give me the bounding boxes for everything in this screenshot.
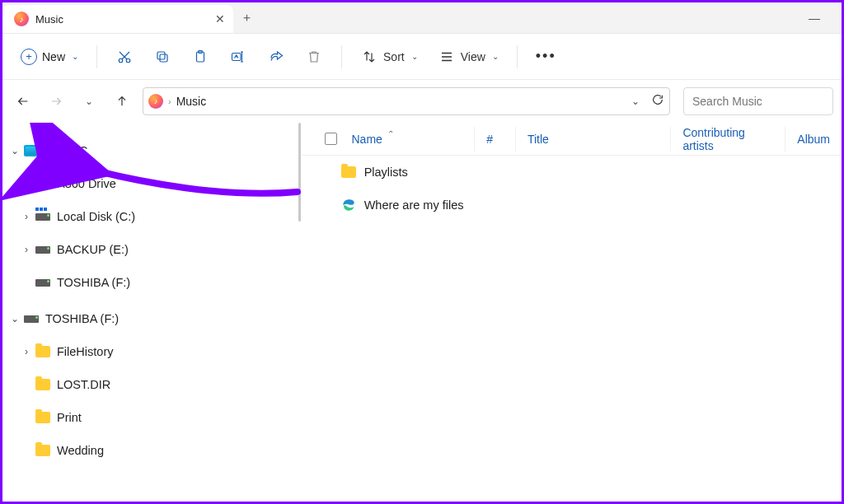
new-tab-button[interactable]: ＋	[233, 5, 260, 31]
separator	[96, 45, 97, 68]
sidebar-item-label: FileHistory	[57, 345, 113, 358]
column-headers: Name ⌃ # Title Contributing artists Albu…	[302, 123, 842, 156]
chevron-down-icon: ⌄	[411, 52, 418, 61]
folder-icon	[34, 409, 52, 426]
view-label: View	[461, 50, 485, 63]
rename-button[interactable]	[221, 42, 256, 72]
file-row-where-are-my-files[interactable]: Where are my files	[302, 189, 842, 222]
sidebar-item-label: BACKUP (E:)	[57, 243, 129, 256]
forward-button[interactable]	[44, 89, 68, 114]
disk-icon	[34, 208, 52, 225]
disk-icon	[22, 310, 40, 327]
rename-icon	[229, 48, 247, 66]
copy-icon	[153, 48, 171, 66]
more-button[interactable]: •••	[528, 42, 565, 72]
sidebar-item-filehistory[interactable]: ›FileHistory	[2, 335, 298, 368]
view-button[interactable]: View ⌄	[429, 42, 507, 72]
sort-label: Sort	[383, 50, 405, 63]
copy-button[interactable]	[145, 42, 180, 72]
recent-button[interactable]: ⌄	[77, 89, 101, 114]
address-bar[interactable]: › Music ⌄	[143, 87, 670, 115]
view-icon	[438, 48, 456, 66]
sort-button[interactable]: Sort ⌄	[352, 42, 426, 72]
music-icon	[148, 94, 163, 109]
back-button[interactable]	[11, 89, 35, 114]
sidebar-item-label: Print	[57, 411, 82, 424]
clipboard-icon	[191, 48, 209, 66]
chevron-right-icon: ›	[168, 96, 171, 106]
sidebar-item-toshiba-f-[interactable]: ⌄TOSHIBA (F:)	[2, 302, 298, 335]
column-track[interactable]: #	[474, 127, 515, 152]
close-tab-icon[interactable]: ✕	[215, 12, 225, 26]
disk-icon	[34, 274, 52, 291]
monitor-icon	[22, 142, 40, 159]
chevron-down-icon: ⌄	[492, 52, 499, 61]
up-button[interactable]	[110, 89, 134, 114]
search-placeholder: Search Music	[692, 95, 762, 108]
folder-icon	[34, 442, 52, 459]
share-button[interactable]	[259, 42, 293, 72]
expander-icon[interactable]: ⌄	[7, 145, 22, 156]
folder-icon	[34, 376, 52, 393]
refresh-button[interactable]	[651, 93, 664, 110]
tab-bar: Music ✕ ＋ —	[2, 2, 842, 34]
sidebar-item-local-disk-c-[interactable]: ›Local Disk (C:)	[2, 200, 298, 233]
edge-icon	[341, 198, 356, 212]
delete-button[interactable]	[297, 42, 331, 72]
music-icon	[14, 12, 29, 26]
expander-icon[interactable]: ⌄	[7, 313, 22, 324]
svg-rect-3	[157, 52, 165, 59]
column-artists[interactable]: Contributing artists	[670, 127, 785, 152]
new-label: New	[42, 50, 65, 63]
chevron-down-icon: ⌄	[72, 52, 78, 61]
new-button[interactable]: + New ⌄	[12, 42, 87, 72]
disk-icon	[34, 241, 52, 258]
scissors-icon	[115, 48, 134, 66]
sidebar-item-label: TOSHIBA (F:)	[57, 276, 130, 289]
cut-button[interactable]	[107, 42, 142, 72]
column-name[interactable]: Name ⌃	[352, 127, 475, 152]
share-icon	[267, 48, 285, 66]
trash-icon	[305, 48, 323, 66]
breadcrumb-music[interactable]: Music	[176, 95, 207, 108]
expander-icon[interactable]: ›	[19, 244, 34, 255]
select-all-checkbox[interactable]	[325, 133, 337, 145]
sidebar-item-label: This PC	[45, 144, 88, 157]
sidebar-item-label: LOST.DIR	[57, 378, 110, 391]
sidebar-item-backup-e-[interactable]: ›BACKUP (E:)	[2, 233, 298, 266]
more-icon: •••	[536, 48, 556, 65]
sidebar-item-toshiba-f-[interactable]: TOSHIBA (F:)	[2, 266, 298, 299]
expander-icon[interactable]: ›	[19, 211, 34, 222]
sidebar-item-print[interactable]: Print	[2, 401, 298, 434]
window-controls: —	[795, 2, 833, 34]
file-row-playlists[interactable]: Playlists	[302, 156, 842, 189]
sidebar-item-label: TOSHIBA (F:)	[45, 312, 119, 325]
sort-icon	[360, 48, 378, 66]
sidebar-item-label: Local Disk (C:)	[57, 210, 135, 223]
sidebar-item-a360-drive[interactable]: ›A360 Drive	[2, 167, 298, 200]
file-name: Where are my files	[364, 198, 464, 212]
sidebar-item-lost-dir[interactable]: LOST.DIR	[2, 368, 298, 401]
sidebar-item-label: Wedding	[57, 444, 104, 457]
sidebar-item-wedding[interactable]: Wedding	[2, 434, 298, 467]
paste-button[interactable]	[183, 42, 218, 72]
plus-circle-icon: +	[21, 49, 37, 65]
sidebar-tree: ⌄This PC›A360 Drive›Local Disk (C:)›BACK…	[2, 123, 298, 502]
sort-asc-icon: ⌃	[387, 129, 394, 138]
search-input[interactable]: Search Music	[683, 87, 833, 115]
expander-icon[interactable]: ›	[19, 178, 34, 189]
separator	[517, 45, 518, 68]
splitter[interactable]	[298, 123, 302, 502]
column-title[interactable]: Title	[515, 127, 670, 152]
address-chevron-icon[interactable]: ⌄	[631, 96, 640, 107]
minimize-button[interactable]: —	[795, 12, 833, 25]
sidebar-item-label: A360 Drive	[57, 177, 116, 190]
separator	[341, 45, 342, 68]
folder-icon	[34, 343, 52, 360]
column-album[interactable]: Album	[785, 127, 842, 152]
navigation-row: ⌄ › Music ⌄ Search Music	[2, 80, 842, 123]
expander-icon[interactable]: ›	[19, 346, 34, 357]
svg-rect-2	[160, 54, 167, 62]
sidebar-item-this-pc[interactable]: ⌄This PC	[2, 134, 298, 167]
tab-music[interactable]: Music ✕	[2, 5, 233, 33]
